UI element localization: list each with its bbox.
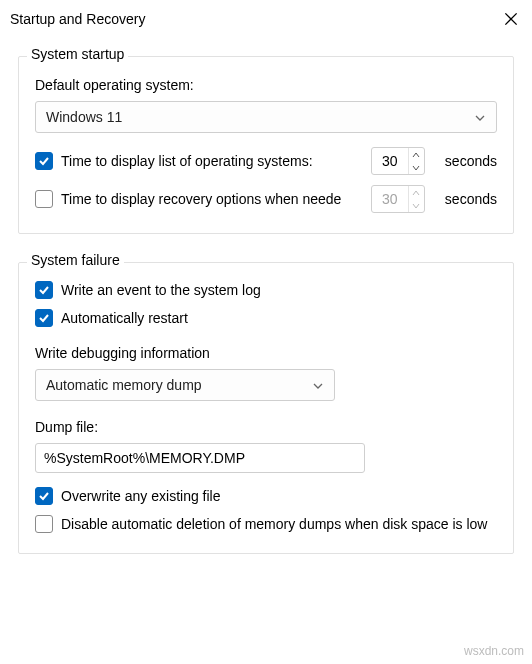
debug-info-select[interactable]: Automatic memory dump bbox=[35, 369, 335, 401]
write-event-checkbox[interactable] bbox=[35, 281, 53, 299]
dumpfile-input[interactable]: %SystemRoot%\MEMORY.DMP bbox=[35, 443, 365, 473]
display-list-row: Time to display list of operating system… bbox=[35, 147, 497, 175]
default-os-label: Default operating system: bbox=[35, 77, 497, 93]
recovery-options-unit: seconds bbox=[445, 191, 497, 207]
chevron-down-icon bbox=[474, 111, 486, 123]
spinner-up-icon bbox=[409, 186, 424, 199]
window-title: Startup and Recovery bbox=[10, 11, 145, 27]
auto-restart-row: Automatically restart bbox=[35, 309, 497, 327]
system-startup-legend: System startup bbox=[27, 46, 128, 62]
titlebar: Startup and Recovery bbox=[0, 0, 532, 36]
recovery-options-value: 30 bbox=[372, 191, 408, 207]
overwrite-row: Overwrite any existing file bbox=[35, 487, 497, 505]
write-event-row: Write an event to the system log bbox=[35, 281, 497, 299]
display-list-label: Time to display list of operating system… bbox=[61, 153, 341, 169]
system-startup-group: System startup Default operating system:… bbox=[18, 56, 514, 234]
dumpfile-label: Dump file: bbox=[35, 419, 497, 435]
debug-info-label: Write debugging information bbox=[35, 345, 497, 361]
spinner-arrows bbox=[408, 148, 424, 174]
content: System startup Default operating system:… bbox=[0, 36, 532, 554]
spinner-up-icon[interactable] bbox=[409, 148, 424, 161]
spinner-down-icon bbox=[409, 199, 424, 212]
chevron-down-icon bbox=[312, 379, 324, 391]
dumpfile-value: %SystemRoot%\MEMORY.DMP bbox=[44, 450, 245, 466]
default-os-value: Windows 11 bbox=[46, 109, 122, 125]
display-list-unit: seconds bbox=[445, 153, 497, 169]
overwrite-label: Overwrite any existing file bbox=[61, 488, 221, 504]
close-icon[interactable] bbox=[502, 10, 520, 28]
spinner-down-icon[interactable] bbox=[409, 161, 424, 174]
debug-info-value: Automatic memory dump bbox=[46, 377, 202, 393]
auto-restart-label: Automatically restart bbox=[61, 310, 188, 326]
disable-delete-label: Disable automatic deletion of memory dum… bbox=[61, 516, 491, 532]
auto-restart-checkbox[interactable] bbox=[35, 309, 53, 327]
disable-delete-checkbox[interactable] bbox=[35, 515, 53, 533]
overwrite-checkbox[interactable] bbox=[35, 487, 53, 505]
write-event-label: Write an event to the system log bbox=[61, 282, 261, 298]
system-failure-group: System failure Write an event to the sys… bbox=[18, 262, 514, 554]
recovery-options-checkbox[interactable] bbox=[35, 190, 53, 208]
spinner-arrows bbox=[408, 186, 424, 212]
default-os-select[interactable]: Windows 11 bbox=[35, 101, 497, 133]
display-list-value: 30 bbox=[372, 153, 408, 169]
watermark: wsxdn.com bbox=[464, 644, 524, 658]
recovery-options-spinner: 30 bbox=[371, 185, 425, 213]
recovery-options-row: Time to display recovery options when ne… bbox=[35, 185, 497, 213]
recovery-options-label: Time to display recovery options when ne… bbox=[61, 191, 341, 207]
disable-delete-row: Disable automatic deletion of memory dum… bbox=[35, 515, 497, 533]
display-list-spinner[interactable]: 30 bbox=[371, 147, 425, 175]
display-list-checkbox[interactable] bbox=[35, 152, 53, 170]
system-failure-legend: System failure bbox=[27, 252, 124, 268]
